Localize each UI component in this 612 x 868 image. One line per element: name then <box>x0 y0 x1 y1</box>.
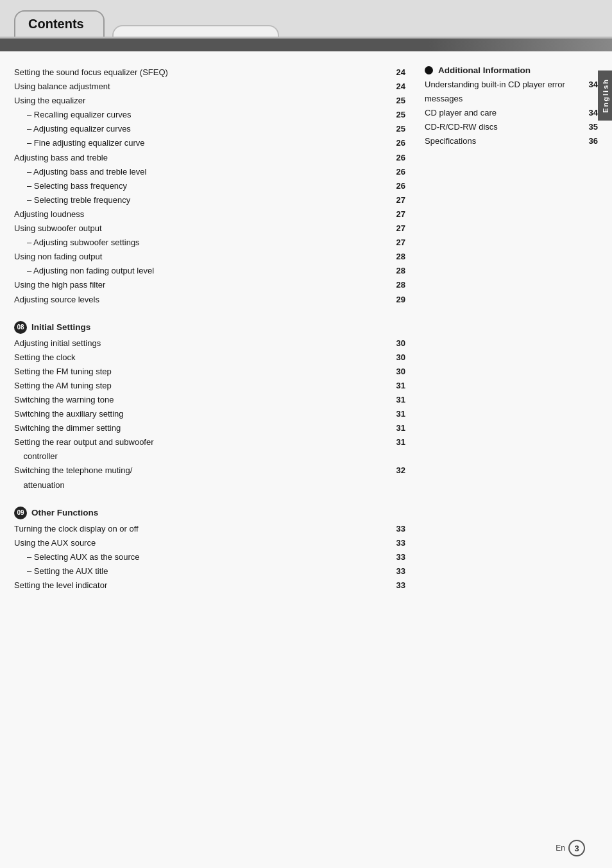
list-item: – Setting the AUX title 33 <box>14 564 405 578</box>
list-item: Setting the rear output and subwoofer co… <box>14 435 405 464</box>
list-item: – Selecting AUX as the source 33 <box>14 550 405 564</box>
list-item: Using the high pass filter 28 <box>14 278 405 292</box>
header-row: Contents <box>0 0 612 37</box>
list-item: Switching the telephone muting/ attenuat… <box>14 464 405 492</box>
section-08-entries: Adjusting initial settings 30 Setting th… <box>14 336 405 492</box>
list-item: Using non fading output 28 <box>14 250 405 264</box>
contents-tab: Contents <box>14 10 105 37</box>
list-item: Using the AUX source 33 <box>14 536 405 550</box>
header-section: Contents <box>0 0 612 39</box>
additional-info-heading: Additional Information <box>425 65 598 75</box>
section-09-entries: Turning the clock display on or off 33 U… <box>14 522 405 593</box>
list-item: – Selecting treble frequency 27 <box>14 193 405 207</box>
list-item: – Adjusting equalizer curves 25 <box>14 122 405 136</box>
section-08-heading: 08 Initial Settings <box>14 321 405 334</box>
list-item: Using subwoofer output 27 <box>14 221 405 236</box>
list-item: Turning the clock display on or off 33 <box>14 522 405 536</box>
list-item: Setting the AM tuning step 31 <box>14 379 405 393</box>
list-item: Switching the dimmer setting 31 <box>14 421 405 435</box>
page: English Contents Setting the sound focus… <box>0 0 612 868</box>
list-item: – Selecting bass frequency 26 <box>14 179 405 193</box>
english-sidebar-tab: English <box>598 71 612 121</box>
left-column: Setting the sound focus equalizer (SFEQ)… <box>14 65 405 593</box>
list-item: – Fine adjusting equalizer curve 26 <box>14 136 405 150</box>
list-item: Switching the warning tone 31 <box>14 393 405 407</box>
other-tab <box>112 25 279 37</box>
section-08-number: 08 <box>14 321 27 334</box>
additional-info-title: Additional Information <box>438 65 531 75</box>
list-item: Setting the FM tuning step 30 <box>14 365 405 379</box>
list-item: Specifications 36 <box>425 134 598 148</box>
list-item: CD player and care 34 <box>425 106 598 120</box>
section-08-title: Initial Settings <box>31 322 90 332</box>
list-item: Understanding built-in CD player error m… <box>425 78 598 106</box>
list-item: Adjusting loudness 27 <box>14 207 405 221</box>
color-strip <box>0 39 612 51</box>
footer: En 3 <box>556 840 585 856</box>
list-item: Adjusting initial settings 30 <box>14 336 405 351</box>
list-item: Setting the sound focus equalizer (SFEQ)… <box>14 65 405 80</box>
right-column: Additional Information Understanding bui… <box>425 65 598 593</box>
list-item: – Adjusting subwoofer settings 27 <box>14 236 405 250</box>
list-item: – Recalling equalizer curves 25 <box>14 108 405 122</box>
list-item: – Adjusting bass and treble level 26 <box>14 165 405 179</box>
list-item: Switching the auxiliary setting 31 <box>14 407 405 421</box>
list-item: Adjusting bass and treble 26 <box>14 151 405 165</box>
list-item: Setting the level indicator 33 <box>14 578 405 593</box>
en-label: En <box>556 844 565 853</box>
bullet-icon <box>425 66 433 74</box>
page-number-circle: 3 <box>568 840 585 856</box>
list-item: CD-R/CD-RW discs 35 <box>425 120 598 134</box>
list-item: Using the equalizer 25 <box>14 94 405 108</box>
section-09-number: 09 <box>14 507 27 519</box>
section-09-heading: 09 Other Functions <box>14 507 405 519</box>
list-item: Setting the clock 30 <box>14 351 405 365</box>
list-item: Using balance adjustment 24 <box>14 80 405 94</box>
list-item: Adjusting source levels 29 <box>14 293 405 307</box>
list-item: – Adjusting non fading output level 28 <box>14 264 405 278</box>
additional-info-entries: Understanding built-in CD player error m… <box>425 78 598 148</box>
pre-section-entries: Setting the sound focus equalizer (SFEQ)… <box>14 65 405 307</box>
section-09-title: Other Functions <box>31 508 98 517</box>
content-area: Setting the sound focus equalizer (SFEQ)… <box>0 51 612 631</box>
